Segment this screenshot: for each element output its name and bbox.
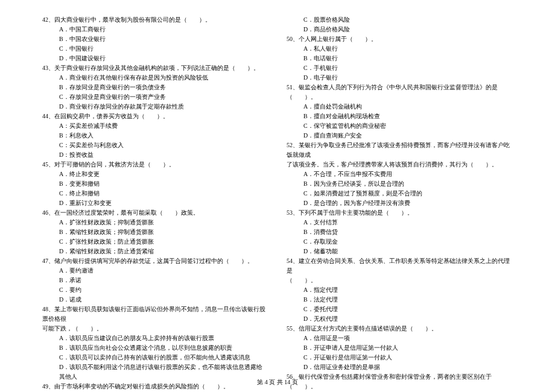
q43-opt-d: D．商业银行存放同业的存款属于定期存款性质	[42, 102, 268, 112]
q44-text: 44、在回购交易中，债券买方收益为（ ）。	[42, 112, 268, 121]
q55-opt-a: A．信用证是一项	[287, 334, 513, 343]
q42-opt-b: B．中国农业银行	[42, 34, 268, 44]
q54-opt-c: C．委托代理	[287, 305, 513, 314]
question-53: 53、下列不属于信用卡主要功能的是（ ）。 A．支付结算 B．消费信贷 C．存取…	[287, 208, 513, 256]
q48-text2: 可能下跌，（ ）。	[42, 324, 268, 334]
q52-opt-c: C．如果消费超过了预算额度，则是不合理的	[287, 189, 513, 198]
q47-opt-b: B．承诺	[42, 276, 268, 285]
q54-text1: 54、建立在劳动合同关系、合伙关系、工作职务关系等特定基础法律关系之上的代理是	[287, 256, 513, 276]
q43-opt-c: C．存放同业是商业银行的一项资产业务	[42, 92, 268, 102]
q53-opt-a: A．支付结算	[287, 218, 513, 227]
q43-opt-b: B．存放同业是商业银行的一项负债业务	[42, 83, 268, 92]
q47-opt-c: C．要约	[42, 285, 268, 295]
q42-opt-c: C．中国银行	[42, 44, 268, 54]
q42-opt-a: A．中国工商银行	[42, 25, 268, 34]
q43-opt-a: A．商业银行在其他银行保有存款是因为投资的风险较低	[42, 73, 268, 83]
q51-opt-b: B．擅自对金融机构现场检查	[287, 112, 513, 121]
left-column: 42、四大商业银行中，最早改制为股份有限公司的是（ ）。 A．中国工商银行 B．…	[42, 15, 268, 392]
q46-opt-d: D．紧缩性财政政策；防止通货紧缩	[42, 247, 268, 256]
q50-opt-d: D．电子银行	[287, 73, 513, 83]
q46-opt-c: C．扩张性财政政策；防止通货膨胀	[42, 237, 268, 247]
question-55: 55、信用证支付方式的主要特点描述错误的是（ ）。 A．信用证是一项 B．开证申…	[287, 324, 513, 372]
q55-opt-c: C．开证银行是信用证第一付款人	[287, 353, 513, 362]
q55-opt-d: D．信用证业务处理的是单据	[287, 362, 513, 372]
q44-opt-a: A：买卖差价减手续费	[42, 121, 268, 131]
q51-text: 51、银监会检查人员的下列行为符合《中华人民共和国银行业监督管理法》的是（ ）。	[287, 83, 513, 102]
q43-text: 43、关于商业银行存放同业及其他金融机构的款项，下列说法正确的是（ ）。	[42, 63, 268, 73]
question-51: 51、银监会检查人员的下列行为符合《中华人民共和国银行业监督管理法》的是（ ）。…	[287, 83, 513, 141]
q51-opt-a: A．擅自处罚金融机构	[287, 102, 513, 112]
q50-opt-c: C．手机银行	[287, 63, 513, 73]
content-columns: 42、四大商业银行中，最早改制为股份有限公司的是（ ）。 A．中国工商银行 B．…	[42, 15, 513, 392]
q54-text2: （ ）。	[287, 276, 513, 285]
q48-opt-c: C．该职员可以卖掉自己持有的该银行的股票，但不能向他人透露该消息	[42, 353, 268, 362]
q52-opt-d: D．是合理的，因为客户经理并没有浪费	[287, 198, 513, 208]
q52-opt-a: A．不合理，不应当申报不实费用	[287, 169, 513, 179]
q49-opt-d: D．商品价格风险	[287, 25, 513, 34]
q51-opt-d: D．擅自查询账户安全	[287, 131, 513, 141]
q44-opt-b: B：利息收入	[42, 131, 268, 141]
question-50: 50、个人网上银行属于（ ）。 A．私人银行 B．电话银行 C．手机银行 D．电…	[287, 34, 513, 83]
q52-text2: 了该项业务。当天，客户经理携带家人将该预算自行消费掉，其行为（ ）。	[287, 160, 513, 169]
q45-text: 45、对于可撤销的合同，其救济方法是（ ）。	[42, 160, 268, 169]
q46-text: 46、在一国经济过度繁荣时，最有可能采取（ ）政策。	[42, 208, 268, 218]
q53-opt-c: C．存取现金	[287, 237, 513, 247]
question-43: 43、关于商业银行存放同业及其他金融机构的款项，下列说法正确的是（ ）。 A．商…	[42, 63, 268, 112]
question-42: 42、四大商业银行中，最早改制为股份有限公司的是（ ）。 A．中国工商银行 B．…	[42, 15, 268, 63]
q44-opt-d: D：投资收益	[42, 150, 268, 160]
q53-opt-d: D．储蓄功能	[287, 247, 513, 256]
q42-opt-d: D．中国建设银行	[42, 54, 268, 63]
q54-opt-d: D．无权代理	[287, 314, 513, 324]
question-48: 48、某上市银行职员获知该银行正面临诉讼但外界尚不知情，消息一旦传出该银行股票价…	[42, 305, 268, 382]
q51-opt-c: C．保守被监管机构的商业秘密	[287, 121, 513, 131]
q52-text1: 52、某银行为争取业务已经批准了该项业务招待费预算，而客户经理并没有请客户吃饭就…	[287, 141, 513, 160]
q52-opt-b: B．因为业务已经谈妥，所以是合理的	[287, 179, 513, 189]
q50-opt-a: A．私人银行	[287, 44, 513, 54]
question-54: 54、建立在劳动合同关系、合伙关系、工作职务关系等特定基础法律关系之上的代理是 …	[287, 256, 513, 324]
q55-opt-b: B．开证申请人是信用证第一付款人	[287, 343, 513, 353]
q49-opt-c: C．股票价格风险	[287, 15, 513, 25]
right-column: C．股票价格风险 D．商品价格风险 50、个人网上银行属于（ ）。 A．私人银行…	[287, 15, 513, 392]
page-footer: 第 4 页 共 14 页	[0, 378, 555, 387]
question-49-cont: C．股票价格风险 D．商品价格风险	[287, 15, 513, 34]
q45-opt-b: B．变更和撤销	[42, 179, 268, 189]
q54-opt-a: A．指定代理	[287, 285, 513, 295]
q48-opt-b: B．该职员应当向社会公众透露这个消息，以尽到信息披露的职责	[42, 343, 268, 353]
q42-text: 42、四大商业银行中，最早改制为股份有限公司的是（ ）。	[42, 15, 268, 25]
question-46: 46、在一国经济过度繁荣时，最有可能采取（ ）政策。 A．扩张性财政政策；抑制通…	[42, 208, 268, 256]
question-47: 47、储户向银行提供填写完毕的存款凭证，这属于合同签订过程中的（ ）。 A．要约…	[42, 256, 268, 305]
q54-opt-b: B．法定代理	[287, 295, 513, 305]
question-45: 45、对于可撤销的合同，其救济方法是（ ）。 A．终止和变更 B．变更和撤销 C…	[42, 160, 268, 208]
q55-text: 55、信用证支付方式的主要特点描述错误的是（ ）。	[287, 324, 513, 334]
q45-opt-a: A．终止和变更	[42, 169, 268, 179]
q48-opt-a: A．该职员应当建议自己的朋友马上卖掉持有的该银行股票	[42, 334, 268, 343]
q50-text: 50、个人网上银行属于（ ）。	[287, 34, 513, 44]
q46-opt-a: A．扩张性财政政策；抑制通货膨胀	[42, 218, 268, 227]
q45-opt-d: D．重新订立和变更	[42, 198, 268, 208]
q44-opt-c: C：买卖差价与利息收入	[42, 141, 268, 150]
q50-opt-b: B．电话银行	[287, 54, 513, 63]
q45-opt-c: C．终止和撤销	[42, 189, 268, 198]
question-52: 52、某银行为争取业务已经批准了该项业务招待费预算，而客户经理并没有请客户吃饭就…	[287, 141, 513, 208]
q53-opt-b: B．消费信贷	[287, 227, 513, 237]
q53-text: 53、下列不属于信用卡主要功能的是（ ）。	[287, 208, 513, 218]
q47-opt-d: D．诺成	[42, 295, 268, 305]
question-44: 44、在回购交易中，债券买方收益为（ ）。 A：买卖差价减手续费 B：利息收入 …	[42, 112, 268, 160]
q47-text: 47、储户向银行提供填写完毕的存款凭证，这属于合同签订过程中的（ ）。	[42, 256, 268, 266]
q48-text1: 48、某上市银行职员获知该银行正面临诉讼但外界尚不知情，消息一旦传出该银行股票价…	[42, 305, 268, 324]
q46-opt-b: B．紧缩性财政政策；抑制通货膨胀	[42, 227, 268, 237]
q47-opt-a: A．要约邀请	[42, 266, 268, 276]
